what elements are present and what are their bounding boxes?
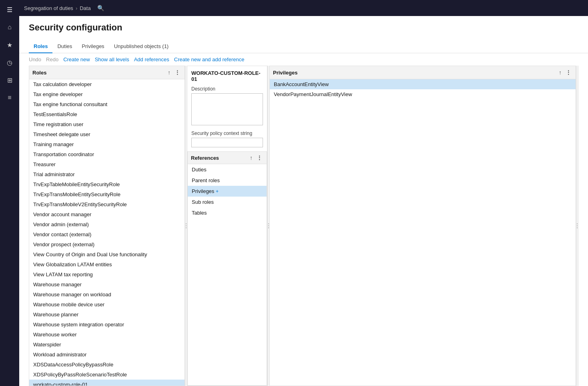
privileges-resizer[interactable] <box>576 66 578 386</box>
show-all-levels-button[interactable]: Show all levels <box>95 56 129 62</box>
roles-list-item[interactable]: View Country of Origin and Dual Use func… <box>29 249 185 259</box>
tab-roles[interactable]: Roles <box>29 40 52 53</box>
roles-list-item[interactable]: Timesheet delegate user <box>29 129 185 139</box>
privileges-panel-header: Privileges ↑ ⋮ <box>270 66 576 79</box>
tab-duties[interactable]: Duties <box>52 40 77 53</box>
breadcrumb-separator: › <box>76 5 77 11</box>
references-sort-icon[interactable]: ↑ <box>249 154 254 162</box>
undo-button[interactable]: Undo <box>29 56 41 62</box>
favorites-icon[interactable]: ★ <box>2 37 18 53</box>
roles-list-item[interactable]: Vendor prospect (external) <box>29 239 185 249</box>
roles-list-item[interactable]: Warehouse mobile device user <box>29 300 185 310</box>
roles-panel: Roles ↑ ⋮ Tax calculation developerTax e… <box>29 66 185 386</box>
tab-privileges[interactable]: Privileges <box>77 40 109 53</box>
references-title: References <box>191 155 219 161</box>
recent-icon[interactable]: ◷ <box>2 54 18 70</box>
privileges-more-icon[interactable]: ⋮ <box>564 68 572 76</box>
roles-list-item[interactable]: View Globalization LATAM entities <box>29 259 185 269</box>
security-policy-label: Security policy context string <box>191 131 263 136</box>
roles-list-item[interactable]: TrvExpTransMobileV2EntitySecurityRole <box>29 199 185 209</box>
description-label: Description <box>191 86 263 92</box>
main-content: Segregation of duties › Data 🔍 Security … <box>19 0 588 386</box>
roles-more-icon[interactable]: ⋮ <box>173 68 181 76</box>
toolbar: Undo Redo Create new Show all levels Add… <box>19 53 588 66</box>
references-list: DutiesParent rolesPrivileges +Sub rolesT… <box>188 164 267 218</box>
page-header: Security configuration <box>19 16 588 40</box>
reference-list-item[interactable]: Privileges + <box>188 186 267 197</box>
references-panel: References ↑ ⋮ DutiesParent rolesPrivile… <box>187 151 267 386</box>
tabs-bar: Roles Duties Privileges Unpublished obje… <box>19 40 588 53</box>
privileges-panel: Privileges ↑ ⋮ BankAccountEntityViewVend… <box>270 66 576 386</box>
references-more-icon[interactable]: ⋮ <box>255 154 263 162</box>
roles-list: Tax calculation developerTax engine deve… <box>29 79 185 386</box>
roles-panel-title: Roles <box>32 70 46 76</box>
redo-button[interactable]: Redo <box>46 56 58 62</box>
roles-list-item[interactable]: TestEssentialsRole <box>29 109 185 119</box>
privileges-sort-icon[interactable]: ↑ <box>558 68 563 76</box>
roles-list-item[interactable]: Tax calculation developer <box>29 79 185 89</box>
roles-list-item[interactable]: View LATAM tax reporting <box>29 269 185 279</box>
reference-list-item[interactable]: Tables <box>188 207 267 218</box>
breadcrumb-data: Data <box>80 5 90 11</box>
search-icon[interactable]: 🔍 <box>97 5 104 11</box>
add-references-button[interactable]: Add references <box>134 56 169 62</box>
description-textarea[interactable] <box>191 93 263 125</box>
references-header: References ↑ ⋮ <box>188 152 267 164</box>
roles-list-item[interactable]: Tax engine functional consultant <box>29 99 185 109</box>
roles-list-item[interactable]: Tax engine developer <box>29 89 185 99</box>
roles-list-item[interactable]: TrvExpTransMobileEntitySecurityRole <box>29 189 185 199</box>
privileges-panel-title: Privileges <box>273 70 297 76</box>
breadcrumb: Segregation of duties › Data <box>24 5 91 11</box>
sidebar: ☰ ⌂ ★ ◷ ⊞ ≡ <box>0 0 19 386</box>
page-title: Security configuration <box>29 22 578 33</box>
roles-list-item[interactable]: Waterspider <box>29 340 185 350</box>
privileges-list-item[interactable]: BankAccountEntityView <box>270 79 576 89</box>
roles-list-item[interactable]: Warehouse worker <box>29 330 185 340</box>
create-new-add-reference-button[interactable]: Create new and add reference <box>174 56 245 62</box>
create-new-button[interactable]: Create new <box>63 56 90 62</box>
roles-list-item[interactable]: Warehouse system integration operator <box>29 320 185 330</box>
detail-panel-body: Description Security policy context stri… <box>187 82 267 386</box>
roles-list-item[interactable]: TrvExpTableMobileEntitySecurityRole <box>29 179 185 189</box>
roles-list-item[interactable]: Vendor contact (external) <box>29 229 185 239</box>
security-policy-input[interactable] <box>191 138 263 147</box>
roles-list-item[interactable]: workato-custom-role-01 <box>29 380 185 386</box>
hamburger-icon[interactable]: ☰ <box>2 2 18 18</box>
reference-list-item[interactable]: Duties <box>188 164 267 175</box>
roles-list-item[interactable]: Transportation coordinator <box>29 149 185 159</box>
roles-list-item[interactable]: XDSPolicyByPassRoleScenarioTestRole <box>29 370 185 380</box>
home-icon[interactable]: ⌂ <box>2 19 18 35</box>
reference-list-item[interactable]: Sub roles <box>188 197 267 207</box>
reference-list-item[interactable]: Parent roles <box>188 175 267 186</box>
roles-list-item[interactable]: XDSDataAccessPolicyBypassRole <box>29 360 185 370</box>
roles-list-item[interactable]: Treasurer <box>29 159 185 169</box>
roles-list-item[interactable]: Vendor admin (external) <box>29 219 185 229</box>
roles-list-item[interactable]: Trial administrator <box>29 169 185 179</box>
detail-title: WORKATO-CUSTOM-ROLE-01 <box>187 66 267 82</box>
roles-list-item[interactable]: Training manager <box>29 139 185 149</box>
panels-area: Roles ↑ ⋮ Tax calculation developerTax e… <box>19 66 588 386</box>
tab-unpublished[interactable]: Unpublished objects (1) <box>109 40 174 53</box>
detail-panel: WORKATO-CUSTOM-ROLE-01 Description Secur… <box>187 66 267 386</box>
list-icon[interactable]: ≡ <box>2 90 18 106</box>
grid-icon[interactable]: ⊞ <box>2 72 18 88</box>
roles-list-item[interactable]: Warehouse manager on workload <box>29 290 185 300</box>
roles-list-item[interactable]: Workload administrator <box>29 350 185 360</box>
roles-list-item[interactable]: Warehouse manager <box>29 279 185 290</box>
roles-panel-header: Roles ↑ ⋮ <box>29 66 185 79</box>
roles-list-item[interactable]: Time registration user <box>29 119 185 129</box>
roles-list-item[interactable]: Warehouse planner <box>29 310 185 320</box>
roles-sort-icon[interactable]: ↑ <box>167 68 172 76</box>
breadcrumb-seg: Segregation of duties <box>24 5 73 11</box>
roles-list-item[interactable]: Vendor account manager <box>29 209 185 219</box>
privileges-list: BankAccountEntityViewVendorPaymentJourna… <box>270 79 576 386</box>
privileges-list-item[interactable]: VendorPaymentJournalEntityView <box>270 89 576 99</box>
top-bar: Segregation of duties › Data 🔍 <box>19 0 588 16</box>
ref-plus-icon: + <box>216 189 219 194</box>
